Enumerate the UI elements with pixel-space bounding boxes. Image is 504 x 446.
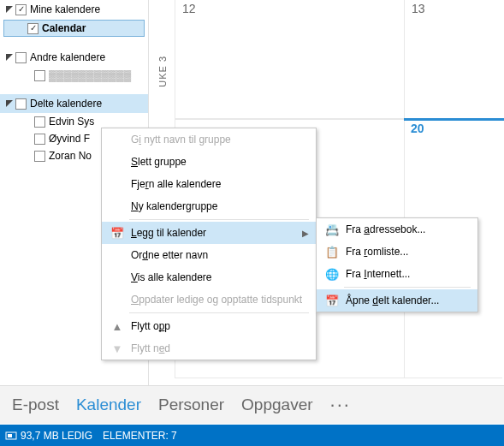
disk-icon <box>5 430 17 442</box>
group-label: Andre kalendere <box>30 51 105 63</box>
up-arrow-icon: ▲ <box>109 319 126 333</box>
calendar-item-calendar[interactable]: Calendar <box>3 20 145 37</box>
menu-show-all[interactable]: Vis alle kalendere <box>102 266 316 288</box>
calendar-group-andre[interactable]: Andre kalendere <box>0 48 148 67</box>
context-submenu-add-calendar: 📇 Fra adressebok... 📋 Fra romliste... 🌐 … <box>316 217 478 312</box>
menu-separator <box>129 219 309 220</box>
blank-icon <box>109 248 126 262</box>
blank-icon <box>109 133 126 146</box>
group-label: Mine kalendere <box>30 3 100 15</box>
context-menu-group: Gi nytt navn til gruppe Slett gruppe Fje… <box>101 128 317 360</box>
submenu-open-shared[interactable]: 📅 Åpne delt kalender... <box>317 289 477 312</box>
blank-icon <box>109 271 126 284</box>
submenu-from-addressbook[interactable]: 📇 Fra adressebok... <box>317 218 477 241</box>
calendar-label-disabled: ▓▓▓▓▓▓▓▓▓▓▓ <box>49 69 131 81</box>
status-item-count: ELEMENTER: 7 <box>103 430 177 442</box>
today-marker <box>404 118 504 121</box>
internet-icon: 🌐 <box>323 267 341 281</box>
calendar-label: Calendar <box>42 22 86 34</box>
menu-add-calendar[interactable]: 📅 Legg til kalender ▶ <box>102 222 316 244</box>
checkbox-hidden[interactable] <box>34 70 45 81</box>
nav-calendar[interactable]: Kalender <box>76 395 141 414</box>
calendar-item-hidden[interactable]: ▓▓▓▓▓▓▓▓▓▓▓ <box>0 67 148 84</box>
submenu-from-roomlist[interactable]: 📋 Fra romliste... <box>317 241 477 263</box>
menu-new-group[interactable]: Ny kalendergruppe <box>102 195 316 217</box>
status-bar: 93,7 MB LEDIG ELEMENTER: 7 <box>0 425 504 446</box>
blank-icon <box>109 155 126 169</box>
menu-sort-by-name[interactable]: Ordne etter navn <box>102 244 316 266</box>
shared-calendar-icon: 📅 <box>323 294 341 307</box>
address-book-icon: 📇 <box>323 223 341 236</box>
collapse-icon <box>5 53 14 62</box>
down-arrow-icon: ▼ <box>109 342 126 355</box>
checkbox-andre-kalendere[interactable] <box>15 52 27 63</box>
nav-tasks[interactable]: Oppgaver <box>241 395 312 414</box>
calendar-group-mine[interactable]: Mine kalendere <box>0 0 148 19</box>
checkbox-calendar[interactable] <box>27 23 39 34</box>
collapse-icon <box>5 5 14 14</box>
grid-border <box>175 378 502 378</box>
checkbox-mine-kalendere[interactable] <box>15 4 27 15</box>
svg-rect-1 <box>8 434 12 437</box>
menu-rename-group: Gi nytt navn til gruppe <box>102 128 316 151</box>
submenu-from-internet[interactable]: 🌐 Fra Internett... <box>317 263 477 285</box>
menu-separator <box>129 312 309 313</box>
calendar-add-icon: 📅 <box>109 226 126 240</box>
menu-remove-all[interactable]: Fjern alle kalendere <box>102 173 316 195</box>
calendar-label: Øyvind F <box>49 133 90 145</box>
checkbox[interactable] <box>34 134 45 145</box>
checkbox[interactable] <box>34 116 45 128</box>
blank-icon <box>109 199 126 213</box>
checkbox-delte-kalendere[interactable] <box>15 98 27 110</box>
menu-separator <box>344 287 471 288</box>
day-number-today: 20 <box>411 122 424 135</box>
menu-move-up[interactable]: ▲ Flytt opp <box>102 315 316 337</box>
roomlist-icon: 📋 <box>323 245 341 259</box>
status-free-space: 93,7 MB LEDIG <box>5 430 92 442</box>
checkbox[interactable] <box>34 151 45 162</box>
nav-people[interactable]: Personer <box>158 395 224 414</box>
calendar-label: Edvin Sys <box>49 116 94 128</box>
menu-delete-group[interactable]: Slett gruppe <box>102 151 316 173</box>
blank-icon <box>109 293 126 306</box>
day-column[interactable]: 13 <box>404 0 502 378</box>
nav-more-icon[interactable]: ··· <box>330 394 351 416</box>
group-label: Delte kalendere <box>30 98 102 110</box>
day-number: 13 <box>412 2 425 15</box>
calendar-group-delte[interactable]: Delte kalendere <box>0 94 148 113</box>
calendar-label: Zoran No <box>49 150 92 162</box>
menu-move-down: ▼ Flytt ned <box>102 337 316 360</box>
nav-mail[interactable]: E-post <box>12 395 59 414</box>
navigation-bar: E-post Kalender Personer Oppgaver ··· <box>0 385 504 424</box>
blank-icon <box>109 177 126 191</box>
submenu-arrow-icon: ▶ <box>302 229 309 238</box>
week-label: UKE 3 <box>157 56 168 87</box>
collapse-icon <box>5 99 14 108</box>
menu-refresh-freebusy: Oppdater ledige og opptatte tidspunkt <box>102 288 316 311</box>
day-number: 12 <box>182 2 196 15</box>
